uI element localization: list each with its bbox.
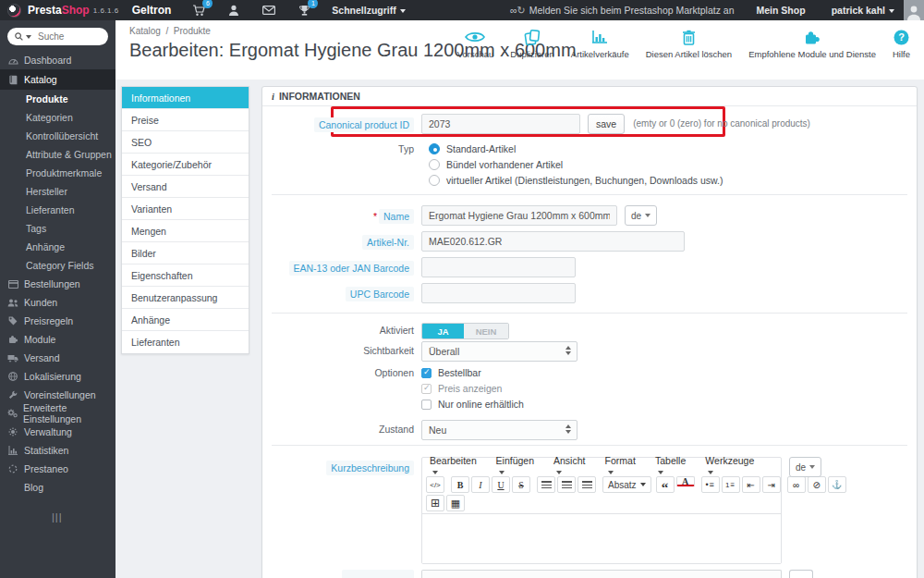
- preview-button[interactable]: Vorschau: [449, 27, 503, 59]
- text-color-icon[interactable]: A: [676, 476, 695, 486]
- tab-versand[interactable]: Versand: [122, 176, 249, 198]
- cart-icon[interactable]: 6: [191, 3, 206, 18]
- sidebar-item-erweiterte-einstellungen[interactable]: Erweiterte Einstellungen: [0, 404, 116, 423]
- toggle-no[interactable]: NEIN: [464, 324, 508, 338]
- menu-einfuegen[interactable]: Einfügen: [496, 455, 541, 477]
- anchor-icon[interactable]: [828, 476, 846, 493]
- envelope-icon[interactable]: [261, 3, 276, 18]
- active-toggle[interactable]: JA NEIN: [421, 323, 509, 339]
- condition-select[interactable]: Neu: [421, 420, 578, 440]
- user-menu[interactable]: patrick kahl: [832, 5, 894, 16]
- upc-input[interactable]: [421, 283, 576, 303]
- person-icon[interactable]: [226, 3, 241, 18]
- sidebar-item-anhaenge[interactable]: Anhänge: [0, 238, 116, 256]
- my-shop-link[interactable]: Mein Shop: [757, 5, 806, 16]
- align-right-icon[interactable]: [578, 476, 596, 493]
- tab-bilder[interactable]: Bilder: [122, 242, 249, 264]
- toggle-yes[interactable]: JA: [422, 324, 464, 338]
- sidebar-item-tags[interactable]: Tags: [0, 219, 116, 238]
- sidebar-item-bestellungen[interactable]: Bestellungen: [0, 275, 116, 293]
- radio-virtueller-artikel[interactable]: virtueller Artikel (Dienstleistungen, Bu…: [429, 174, 723, 186]
- partial-editor[interactable]: [421, 570, 782, 578]
- tab-seo[interactable]: SEO: [122, 131, 249, 154]
- sidebar-collapse-handle[interactable]: |||: [52, 511, 116, 523]
- avatar[interactable]: [904, 0, 924, 20]
- help-button[interactable]: ? Hilfe: [884, 27, 918, 59]
- sidebar-item-hersteller[interactable]: Hersteller: [0, 182, 116, 201]
- brand-name[interactable]: PrestaShop: [28, 4, 90, 17]
- sidebar-item-produkte[interactable]: Produkte: [0, 90, 116, 108]
- blockquote-icon[interactable]: [656, 476, 675, 493]
- editor-content-area[interactable]: [422, 513, 781, 563]
- quick-access-menu[interactable]: Schnellzugriff: [332, 5, 405, 16]
- sidebar-item-statistiken[interactable]: Statistiken: [0, 441, 116, 460]
- checkbox-icon[interactable]: [421, 384, 432, 394]
- checkbox-preis-anzeigen[interactable]: Preis anzeigen: [421, 383, 524, 394]
- menu-tabelle[interactable]: Tabelle: [655, 455, 693, 477]
- sidebar-item-produktmerkmale[interactable]: Produktmerkmale: [0, 164, 116, 182]
- language-dropdown[interactable]: de: [625, 205, 657, 226]
- radio-icon[interactable]: [429, 175, 440, 186]
- delete-product-button[interactable]: Diesen Artikel löschen: [638, 27, 740, 59]
- sidebar-item-category-fields[interactable]: Category Fields: [0, 256, 116, 275]
- name-input[interactable]: [421, 205, 617, 226]
- link-icon[interactable]: [787, 476, 806, 493]
- sidebar-item-kategorien[interactable]: Kategorien: [0, 108, 116, 127]
- bold-icon[interactable]: B: [451, 476, 469, 493]
- sidebar-item-verwaltung[interactable]: Verwaltung: [0, 423, 116, 441]
- code-icon[interactable]: [426, 476, 444, 493]
- search-input[interactable]: [38, 31, 93, 42]
- canonical-input[interactable]: [421, 114, 580, 134]
- menu-bearbeiten[interactable]: Bearbeiten: [430, 455, 484, 477]
- sidebar-item-lokalisierung[interactable]: Lokalisierung: [0, 367, 116, 386]
- sidebar-item-module[interactable]: Module: [0, 330, 116, 349]
- marketplace-link[interactable]: ↻Melden Sie sich beim Prestashop Marktpl…: [510, 5, 735, 17]
- trophy-icon[interactable]: 1: [297, 3, 311, 18]
- ean-input[interactable]: [421, 257, 576, 277]
- underline-icon[interactable]: U: [492, 476, 510, 493]
- tab-anhaenge[interactable]: Anhänge: [122, 309, 249, 331]
- breadcrumb-produkte[interactable]: Produkte: [174, 26, 211, 36]
- visibility-select[interactable]: Überall: [421, 341, 578, 362]
- partial-language-dropdown[interactable]: [789, 570, 813, 578]
- indent-icon[interactable]: [762, 476, 781, 493]
- search-icon[interactable]: [15, 32, 23, 41]
- tab-lieferanten[interactable]: Lieferanten: [122, 331, 249, 353]
- checkbox-icon[interactable]: [421, 400, 432, 410]
- table-icon[interactable]: [426, 495, 444, 511]
- tab-kategorie-zubehoer[interactable]: Kategorie/Zubehör: [122, 154, 249, 176]
- language-dropdown[interactable]: de: [789, 457, 821, 477]
- sidebar-search[interactable]: [7, 28, 108, 45]
- sidebar-item-lieferanten[interactable]: Lieferanten: [0, 201, 116, 219]
- image-icon[interactable]: [446, 495, 465, 511]
- menu-ansicht[interactable]: Ansicht: [553, 455, 593, 477]
- sidebar-item-blog[interactable]: Blog: [0, 478, 116, 497]
- sidebar-item-attribute-gruppen[interactable]: Attribute & Gruppen: [0, 145, 116, 164]
- strikethrough-icon[interactable]: S: [512, 476, 530, 493]
- sidebar-item-voreinstellungen[interactable]: Voreinstellungen: [0, 386, 116, 404]
- menu-format[interactable]: Format: [605, 455, 643, 477]
- sidebar-item-versand[interactable]: Versand: [0, 349, 116, 367]
- tab-mengen[interactable]: Mengen: [122, 220, 249, 242]
- sidebar-item-prestaneo[interactable]: Prestaneo: [0, 460, 116, 478]
- sidebar-item-kontrolluebersicht[interactable]: Kontrollübersicht: [0, 127, 116, 145]
- italic-icon[interactable]: I: [471, 476, 490, 493]
- sidebar-item-preisregeln[interactable]: Preisregeln: [0, 312, 116, 330]
- numbered-list-icon[interactable]: [722, 476, 740, 493]
- checkbox-icon[interactable]: [421, 368, 432, 378]
- product-sales-button[interactable]: Artikelverkäufe: [563, 27, 638, 59]
- tab-eigenschaften[interactable]: Eigenschaften: [122, 264, 249, 287]
- tab-preise[interactable]: Preise: [122, 109, 249, 131]
- tab-benutzeranpassung[interactable]: Benutzeranpassung: [122, 287, 249, 309]
- tab-varianten[interactable]: Varianten: [122, 198, 249, 220]
- recommended-modules-button[interactable]: Empfohlene Module und Dienste: [740, 27, 884, 59]
- sidebar-item-katalog[interactable]: Katalog: [0, 69, 116, 90]
- radio-standard-artikel[interactable]: Standard-Artikel: [429, 142, 723, 154]
- sidebar-item-dashboard[interactable]: Dashboard: [0, 51, 116, 69]
- radio-icon[interactable]: [429, 143, 440, 154]
- align-center-icon[interactable]: [557, 476, 576, 493]
- chevron-down-icon[interactable]: [26, 35, 31, 39]
- outdent-icon[interactable]: [742, 476, 760, 493]
- unlink-icon[interactable]: [808, 476, 826, 493]
- radio-buendel[interactable]: Bündel vorhandener Artikel: [429, 158, 723, 170]
